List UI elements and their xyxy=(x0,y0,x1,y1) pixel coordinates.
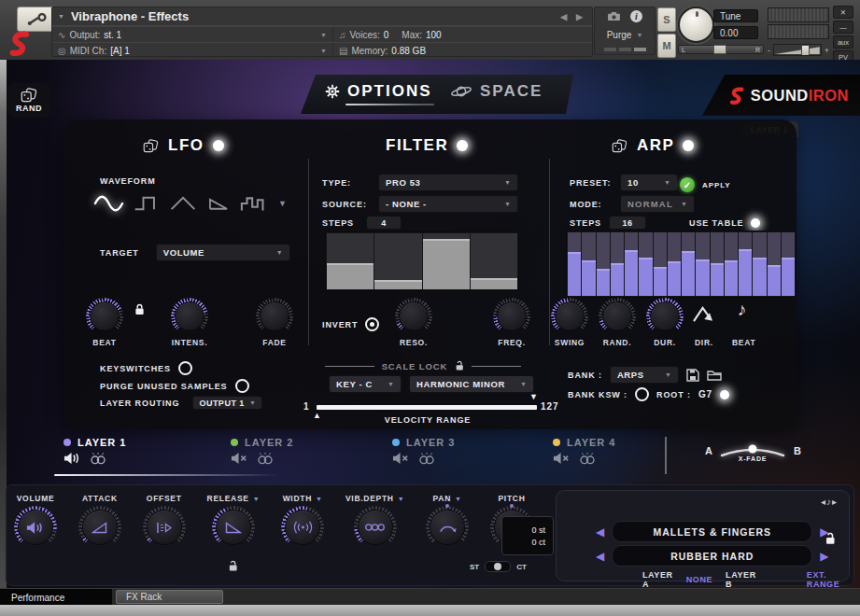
slot-a-prev-arrow[interactable]: ◀ xyxy=(596,526,604,538)
offset-knob[interactable] xyxy=(143,506,186,549)
mode-select[interactable]: NORMAL ▼ xyxy=(620,195,695,213)
sine-wave-icon[interactable] xyxy=(93,192,124,215)
fade-knob[interactable] xyxy=(256,298,293,335)
pan-slider[interactable]: L R xyxy=(678,45,764,54)
filter-steps-value[interactable]: 4 xyxy=(366,216,402,230)
tab-space[interactable]: SPACE xyxy=(450,82,543,101)
step-bar[interactable] xyxy=(423,233,470,289)
preset-select[interactable]: 10 ▼ xyxy=(620,174,678,191)
pitch-value-box[interactable]: 0 st 0 ct xyxy=(501,516,554,555)
layer-tab-2[interactable]: LAYER 2 xyxy=(231,437,293,465)
step-bar[interactable] xyxy=(582,232,595,296)
step-bar[interactable] xyxy=(768,232,781,296)
purge-menu[interactable]: Purge ▼ xyxy=(607,30,643,40)
tab-performance[interactable]: Performance xyxy=(0,589,112,606)
release-unlock-icon[interactable] xyxy=(228,560,238,572)
load-bank-folder-icon[interactable] xyxy=(707,369,722,381)
apply-check-icon[interactable]: ✓ xyxy=(680,177,695,192)
volume-knob[interactable] xyxy=(14,506,57,549)
rand-knob[interactable] xyxy=(599,298,636,335)
xfade-slider[interactable]: X-FADE xyxy=(719,441,786,462)
prev-instrument-button[interactable]: ◀ xyxy=(560,12,567,21)
bank-select[interactable]: ARPS ▼ xyxy=(610,366,679,384)
random-wave-icon[interactable] xyxy=(240,192,270,215)
keyswitches-toggle[interactable] xyxy=(178,361,192,375)
slot-b-next-arrow[interactable]: ▶ xyxy=(820,551,828,562)
randomize-button[interactable]: RAND xyxy=(7,83,50,118)
save-bank-icon[interactable] xyxy=(686,369,699,382)
saw-wave-icon[interactable] xyxy=(205,192,232,215)
step-bar[interactable] xyxy=(696,232,709,296)
tune-knob[interactable] xyxy=(678,7,714,43)
velocity-min-handle[interactable]: ▲ xyxy=(313,412,321,420)
arp-power-toggle[interactable] xyxy=(683,140,694,151)
reso-knob[interactable] xyxy=(395,298,432,335)
tune-value-box[interactable]: 0.00 xyxy=(713,26,758,39)
aux-button[interactable]: aux xyxy=(833,35,853,49)
caret-down-icon[interactable]: ▼ xyxy=(316,496,323,502)
beat-knob[interactable] xyxy=(86,298,123,335)
slot-b-prev-arrow[interactable]: ◀ xyxy=(596,551,604,562)
minimize-button[interactable]: — xyxy=(833,21,853,34)
step-bar[interactable] xyxy=(625,232,638,296)
step-bar[interactable] xyxy=(654,232,667,296)
filter-power-toggle[interactable] xyxy=(457,140,468,151)
root-set-toggle[interactable] xyxy=(720,390,729,399)
square-wave-icon[interactable] xyxy=(133,192,161,215)
invert-toggle[interactable] xyxy=(365,317,379,331)
filter-type-select[interactable]: PRO 53 ▼ xyxy=(378,174,518,191)
info-icon[interactable]: i xyxy=(630,10,642,22)
solo-button[interactable]: S xyxy=(657,7,676,32)
scale-select[interactable]: HARMONIC MINOR ▼ xyxy=(409,375,534,393)
volume-slider[interactable]: - + xyxy=(768,44,829,56)
layer-routing-select[interactable]: OUTPUT 1 ▼ xyxy=(192,396,262,410)
speaker-muted-icon[interactable] xyxy=(553,452,571,465)
freq-knob[interactable] xyxy=(493,298,530,335)
speaker-muted-icon[interactable] xyxy=(231,452,248,465)
articulation-slot-b[interactable]: RUBBER HARD xyxy=(612,545,812,567)
release-knob[interactable] xyxy=(212,506,255,549)
step-bar[interactable] xyxy=(639,232,652,296)
pan-handle[interactable] xyxy=(713,45,726,54)
intens-knob[interactable] xyxy=(171,298,208,335)
layer-b-label[interactable]: LAYER B xyxy=(726,570,756,589)
step-bar[interactable] xyxy=(782,232,795,296)
key-select[interactable]: KEY - C ▼ xyxy=(329,375,402,393)
st-ct-toggle[interactable] xyxy=(485,561,511,572)
step-bar[interactable] xyxy=(568,232,581,296)
beat-note-icon[interactable]: ♪ xyxy=(738,300,747,320)
step-bar[interactable] xyxy=(471,233,517,289)
step-bar[interactable] xyxy=(597,232,610,296)
volume-track[interactable] xyxy=(773,44,822,56)
bank-ksw-toggle[interactable] xyxy=(635,387,649,401)
caret-down-icon[interactable]: ▼ xyxy=(398,496,405,502)
filter-step-table[interactable] xyxy=(325,231,519,291)
caret-down-icon[interactable]: ▼ xyxy=(253,496,261,502)
link-icon[interactable] xyxy=(256,452,275,465)
speaker-muted-icon[interactable] xyxy=(392,452,410,465)
layer-a-label[interactable]: LAYER A xyxy=(642,570,673,589)
link-icon[interactable] xyxy=(89,452,107,465)
use-table-toggle[interactable] xyxy=(751,218,760,228)
ext-range-label[interactable]: EXT. RANGE xyxy=(807,570,849,589)
purge-unused-toggle[interactable] xyxy=(235,379,249,393)
close-button[interactable]: ✕ xyxy=(833,6,853,19)
step-bar[interactable] xyxy=(725,232,738,296)
step-bar[interactable] xyxy=(739,232,752,296)
step-bar[interactable] xyxy=(327,233,374,289)
link-icon[interactable] xyxy=(417,452,436,465)
vib-depth-knob[interactable] xyxy=(354,506,397,549)
swing-knob[interactable] xyxy=(551,298,588,335)
waveform-more-caret[interactable]: ▼ xyxy=(278,200,287,208)
step-bar[interactable] xyxy=(611,232,624,296)
caret-down-icon[interactable]: ▼ xyxy=(455,496,462,502)
step-bar[interactable] xyxy=(682,232,695,296)
arp-step-table[interactable] xyxy=(566,231,797,298)
mute-button[interactable]: M xyxy=(657,34,676,58)
lfo-power-toggle[interactable] xyxy=(213,140,224,151)
layer-tab-3[interactable]: LAYER 3 xyxy=(392,437,455,465)
step-bar[interactable] xyxy=(753,232,766,296)
velocity-range-slider[interactable] xyxy=(317,405,537,410)
tab-fx-rack[interactable]: FX Rack xyxy=(116,590,223,604)
volume-handle[interactable] xyxy=(801,45,810,56)
